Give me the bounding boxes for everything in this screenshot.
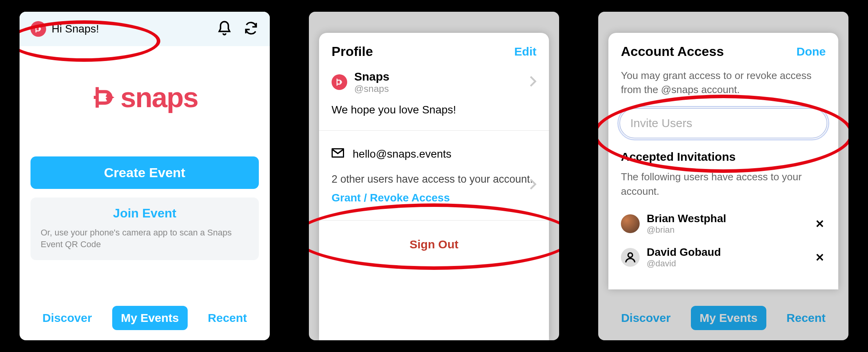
- brand-hero-icon: [91, 84, 119, 111]
- edit-button[interactable]: Edit: [514, 45, 536, 58]
- user-handle: @brian: [647, 225, 726, 235]
- remove-user-button[interactable]: ✕: [815, 251, 824, 264]
- profile-name: Snaps: [354, 70, 389, 83]
- tab-discover[interactable]: Discover: [612, 306, 679, 330]
- tab-recent[interactable]: Recent: [778, 306, 834, 330]
- sheet-title: Account Access: [621, 44, 724, 59]
- top-bar: Hi Snaps!: [20, 12, 270, 46]
- refresh-icon[interactable]: [243, 20, 259, 38]
- access-sheet: Account Access Done You may grant access…: [608, 33, 838, 289]
- email-row: hello@snaps.events: [319, 131, 549, 168]
- tab-recent[interactable]: Recent: [199, 306, 256, 330]
- user-row: David Gobaud @david ✕: [608, 241, 838, 274]
- screen-profile: Profile Edit Snaps @snaps We hope you lo…: [309, 12, 559, 340]
- sheet-title: Profile: [332, 44, 373, 59]
- user-handle: @david: [647, 259, 721, 269]
- greeting-text: Hi Snaps!: [52, 23, 99, 35]
- create-event-button[interactable]: Create Event: [30, 156, 259, 189]
- sign-out-button[interactable]: Sign Out: [410, 238, 459, 251]
- accepted-invitations-sub: The following users have access to your …: [608, 166, 838, 207]
- brand-hero: snaps: [20, 81, 270, 113]
- account-access-row[interactable]: 2 other users have access to your accoun…: [319, 168, 549, 209]
- user-name: David Gobaud: [647, 246, 721, 259]
- svg-point-1: [628, 253, 632, 257]
- screen-home: Hi Snaps! snaps Create Event Join Event …: [20, 12, 270, 340]
- brand-hero-text: snaps: [120, 81, 198, 113]
- user-name: Brian Westphal: [647, 212, 726, 225]
- invite-users-input[interactable]: [619, 108, 827, 138]
- background-tabs: Discover My Events Recent: [598, 306, 848, 330]
- user-row: Brian Westphal @brian ✕: [608, 207, 838, 241]
- avatar: [621, 214, 640, 233]
- accepted-invitations-title: Accepted Invitations: [608, 148, 838, 166]
- tab-discover[interactable]: Discover: [34, 306, 100, 330]
- chevron-right-icon: [529, 75, 536, 89]
- join-event-subtitle: Or, use your phone's camera app to scan …: [41, 227, 249, 250]
- profile-sheet: Profile Edit Snaps @snaps We hope you lo…: [319, 33, 549, 340]
- bottom-tabs: Discover My Events Recent: [20, 306, 270, 330]
- access-summary: 2 other users have access to your accoun…: [332, 173, 533, 185]
- app-logo-icon: [30, 21, 46, 37]
- bell-icon[interactable]: [217, 20, 232, 38]
- tab-my-events[interactable]: My Events: [691, 306, 766, 330]
- profile-handle: @snaps: [354, 83, 389, 94]
- avatar-placeholder-icon: [621, 248, 640, 267]
- remove-user-button[interactable]: ✕: [815, 217, 824, 230]
- sheet-subtitle: You may grant access to or revoke access…: [608, 67, 838, 101]
- profile-avatar-icon: [332, 74, 347, 90]
- grant-revoke-link[interactable]: Grant / Revoke Access: [332, 190, 536, 205]
- profile-identity-row[interactable]: Snaps @snaps: [319, 67, 549, 101]
- join-event-title: Join Event: [41, 206, 249, 221]
- profile-bio: We hope you love Snaps!: [319, 101, 549, 130]
- tab-my-events[interactable]: My Events: [112, 306, 187, 330]
- greeting-area[interactable]: Hi Snaps!: [30, 21, 99, 37]
- join-event-card[interactable]: Join Event Or, use your phone's camera a…: [30, 198, 259, 260]
- screen-account-access: Discover My Events Recent Account Access…: [598, 12, 848, 340]
- done-button[interactable]: Done: [796, 45, 826, 58]
- mail-icon: [332, 148, 344, 160]
- chevron-right-icon: [529, 178, 536, 194]
- email-text: hello@snaps.events: [353, 148, 452, 160]
